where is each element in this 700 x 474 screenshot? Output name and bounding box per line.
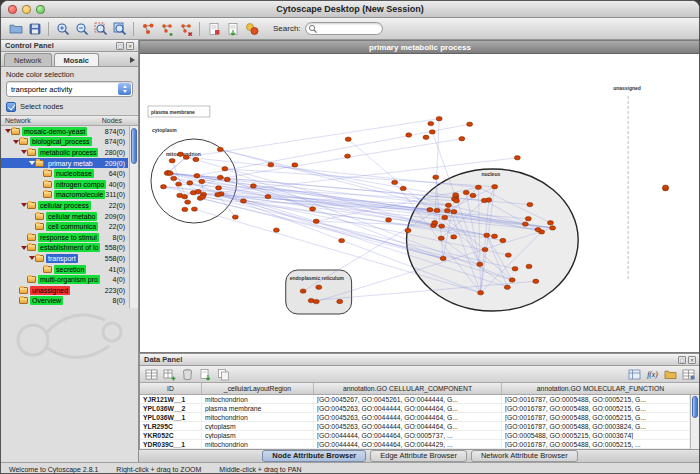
open-attribute-file-button[interactable] [663, 367, 678, 381]
network-node[interactable] [169, 159, 175, 163]
network-node[interactable] [445, 203, 451, 207]
table-row[interactable]: YLR295Ccytoplasm[GO:0045263, GO:0044444,… [140, 422, 690, 431]
tree-row[interactable]: mosaic-demo-yeast874(0) [1, 126, 128, 137]
network-node[interactable] [300, 289, 306, 293]
network-node[interactable] [475, 185, 481, 189]
network-node[interactable] [663, 185, 669, 189]
network-node[interactable] [185, 200, 191, 204]
destroy-network-button[interactable] [176, 20, 195, 38]
delete-attribute-button[interactable] [180, 367, 195, 381]
tree-scrollbar[interactable] [129, 126, 138, 308]
network-node[interactable] [250, 184, 256, 188]
network-node[interactable] [434, 208, 440, 212]
network-node[interactable] [193, 157, 199, 161]
network-node[interactable] [505, 253, 511, 257]
network-node[interactable] [509, 278, 515, 282]
tree-row[interactable]: primary metab209(0) [1, 158, 128, 169]
network-node[interactable] [533, 279, 539, 283]
tree-row[interactable]: multi-organism pro4(0) [1, 274, 128, 285]
network-node[interactable] [345, 137, 351, 141]
tab-network-attribute-browser[interactable]: Network Attribute Browser [471, 450, 578, 462]
network-node[interactable] [268, 163, 274, 167]
network-node[interactable] [484, 233, 490, 237]
column-header[interactable]: ID [140, 383, 202, 394]
tree-row[interactable]: transport558(0) [1, 253, 128, 264]
network-node[interactable] [440, 256, 446, 260]
network-node[interactable] [199, 179, 205, 183]
network-node[interactable] [454, 199, 460, 203]
network-node[interactable] [478, 291, 484, 295]
open-session-button[interactable] [6, 20, 25, 38]
network-node[interactable] [313, 219, 319, 223]
network-node[interactable] [486, 198, 492, 202]
network-node[interactable] [273, 228, 279, 232]
network-canvas-svg[interactable]: plasma membrane cytoplasm mitochondrion … [140, 54, 700, 352]
network-node[interactable] [492, 185, 498, 189]
network-node[interactable] [337, 299, 343, 303]
network-node[interactable] [194, 174, 200, 178]
network-node[interactable] [167, 171, 173, 175]
tab-scroll-arrow-icon[interactable] [130, 57, 135, 63]
network-node[interactable] [406, 133, 412, 137]
close-panel-icon[interactable]: ✕ [126, 42, 134, 50]
vizmapper-button[interactable] [242, 20, 261, 38]
network-node[interactable] [527, 202, 533, 206]
tree-expand-arrow-icon[interactable] [28, 161, 35, 165]
tab-network[interactable]: Network [4, 53, 52, 66]
network-node[interactable] [405, 228, 411, 232]
network-node[interactable] [200, 195, 206, 199]
network-node[interactable] [195, 189, 201, 193]
network-node[interactable] [451, 235, 457, 239]
network-node[interactable] [477, 262, 483, 266]
network-node[interactable] [467, 122, 473, 126]
select-nodes-checkbox[interactable] [6, 102, 16, 112]
network-canvas[interactable]: plasma membrane cytoplasm mitochondrion … [140, 54, 700, 352]
tree-expand-arrow-icon[interactable] [28, 256, 35, 260]
network-node[interactable] [313, 299, 319, 303]
network-node[interactable] [442, 215, 448, 219]
network-node[interactable] [439, 224, 445, 228]
network-node[interactable] [451, 210, 457, 214]
tree-scrollbar-thumb[interactable] [131, 128, 137, 164]
network-node[interactable] [491, 234, 497, 238]
network-node[interactable] [187, 181, 193, 185]
table-row[interactable]: YPL036W__2plasma membrane[GO:0045263, GO… [140, 404, 690, 413]
attribute-browser-settings-button[interactable] [681, 367, 696, 381]
tree-row[interactable]: cellular metabo209(0) [1, 211, 128, 222]
network-node[interactable] [222, 167, 228, 171]
zoom-in-button[interactable] [53, 20, 72, 38]
network-node[interactable] [292, 163, 298, 167]
network-node[interactable] [386, 218, 392, 222]
column-header[interactable]: annotation.GO CELLULAR_COMPONENT [314, 383, 502, 394]
network-node[interactable] [265, 194, 271, 198]
network-node[interactable] [216, 186, 222, 190]
annotation-button-2[interactable] [223, 20, 242, 38]
network-node[interactable] [217, 147, 223, 151]
table-row[interactable]: YJR121W__1mitochondrion[GO:0045267, GO:0… [140, 395, 690, 404]
network-node[interactable] [438, 236, 444, 240]
select-attributes-button[interactable] [144, 367, 159, 381]
tree-row[interactable]: response to stimul8(0) [1, 232, 128, 243]
network-node[interactable] [526, 264, 532, 268]
table-row[interactable]: YKR052Ccytoplasm[GO:0044444, GO:0044464,… [140, 431, 690, 440]
float-panel-icon[interactable]: ▢ [116, 42, 124, 50]
network-node[interactable] [217, 175, 223, 179]
zoom-window-button[interactable] [36, 5, 45, 14]
network-node[interactable] [178, 152, 184, 156]
tree-row[interactable]: cell communica22(0) [1, 221, 128, 232]
import-attributes-button[interactable] [198, 367, 213, 381]
tree-row[interactable]: macromolecule311(0) [1, 190, 128, 201]
network-node[interactable] [463, 190, 469, 194]
tree-expand-arrow-icon[interactable] [20, 203, 27, 207]
zoom-fit-button[interactable] [110, 20, 129, 38]
tree-row[interactable]: nitrogen compo40(0) [1, 179, 128, 190]
network-node[interactable] [176, 182, 182, 186]
tree-row[interactable]: metabolic process280(0) [1, 147, 128, 158]
tree-expand-arrow-icon[interactable] [20, 150, 27, 154]
tree-row[interactable]: unassigned223(0) [1, 285, 128, 296]
network-node[interactable] [182, 195, 188, 199]
network-node[interactable] [215, 193, 221, 197]
network-node[interactable] [547, 221, 553, 225]
network-node[interactable] [423, 135, 429, 139]
network-node[interactable] [400, 186, 406, 190]
